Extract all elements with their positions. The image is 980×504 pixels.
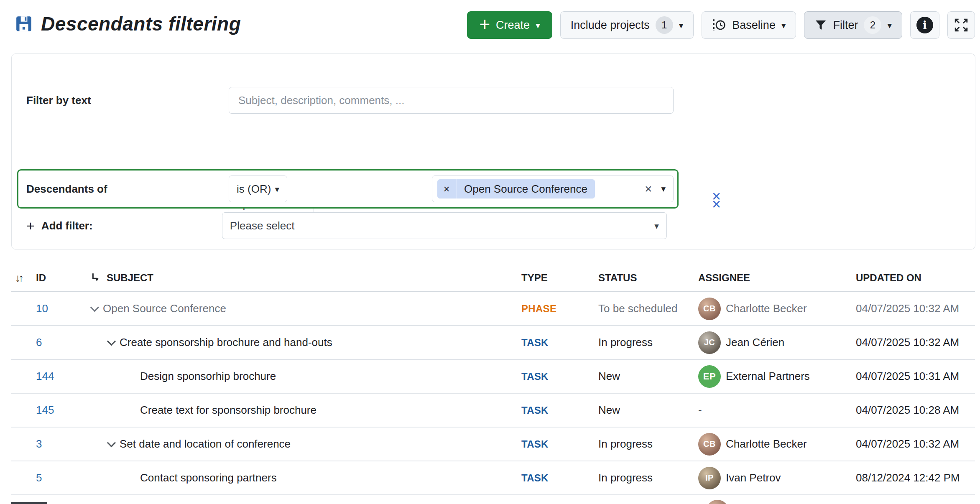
- descendants-operator-select[interactable]: is (OR) ▾: [229, 176, 287, 202]
- chevron-down-icon: ▾: [781, 21, 786, 30]
- updated-on-text: 04/07/2025 10:28 AM: [856, 404, 975, 417]
- type-label: TASK: [521, 472, 598, 484]
- column-header-assignee[interactable]: ASSIGNEE: [698, 272, 856, 284]
- work-package-id-link[interactable]: 144: [36, 370, 54, 382]
- avatar: CB: [698, 298, 721, 320]
- assignee-name: External Partners: [726, 370, 810, 383]
- descendants-filter-label: Descendants of: [26, 183, 229, 196]
- filter-panel: Filter by text Status open ▾ × Descendan…: [11, 53, 975, 249]
- chevron-down-icon: ▾: [536, 21, 540, 30]
- collapse-chevron-icon[interactable]: [107, 337, 116, 346]
- table-row[interactable]: 3 Set date and location of conference TA…: [11, 428, 975, 461]
- status-text: In progress: [598, 471, 698, 484]
- filter-button[interactable]: Filter 2 ▾: [804, 11, 902, 39]
- subject-text: Contact sponsoring partners: [140, 471, 277, 484]
- baseline-clock-icon: [712, 18, 726, 32]
- collapse-chevron-icon[interactable]: [90, 303, 99, 312]
- updated-on-text: 04/07/2025 10:32 AM: [856, 336, 975, 349]
- add-filter-select[interactable]: Please select ▾: [222, 212, 667, 239]
- assignee-name: Jean Cérien: [726, 336, 784, 349]
- subject-text: Set date and location of conference: [120, 438, 291, 451]
- column-header-id[interactable]: ID: [36, 272, 91, 284]
- add-filter-row: + Add filter: Please select ▾: [12, 212, 975, 239]
- filter-text-input[interactable]: [229, 87, 674, 114]
- work-packages-table: ↓↑ ID SUBJECT TYPE STATUS ASSIGNEE UPDAT…: [11, 265, 975, 495]
- table-row[interactable]: 10 Open Source Conference PHASE To be sc…: [11, 292, 975, 326]
- filter-by-text-label: Filter by text: [26, 94, 229, 107]
- expand-arrows-icon: [954, 18, 969, 33]
- work-package-id-link[interactable]: 145: [36, 404, 54, 416]
- info-button[interactable]: i: [910, 11, 939, 39]
- descendants-value-multiselect[interactable]: × Open Source Conference × ▾: [432, 176, 674, 202]
- status-text: New: [598, 404, 698, 417]
- avatar: JC: [698, 331, 721, 354]
- page-header: Descendants filtering + Create ▾ Include…: [0, 0, 980, 53]
- type-label: TASK: [521, 405, 598, 416]
- table-row[interactable]: 145 Create text for sponsorship brochure…: [11, 394, 975, 428]
- page-title: Descendants filtering: [41, 13, 241, 35]
- avatar: IP: [698, 467, 721, 489]
- type-label: TASK: [521, 438, 598, 450]
- subject-text: Create text for sponsorship brochure: [140, 404, 316, 417]
- descendants-filter-row-highlighted: Descendants of is (OR) ▾ × Open Source C…: [17, 169, 679, 209]
- toolbar: + Create ▾ Include projects 1 ▾ Baseline…: [467, 11, 975, 39]
- filter-count-badge: 2: [864, 16, 881, 34]
- save-view-icon[interactable]: [15, 15, 33, 33]
- column-header-subject[interactable]: SUBJECT: [107, 272, 153, 284]
- status-text: In progress: [598, 336, 698, 349]
- funnel-icon: [814, 19, 827, 31]
- table-row[interactable]: 144 Design sponsorhip brochure TASK New …: [11, 360, 975, 394]
- baseline-button[interactable]: Baseline ▾: [702, 11, 796, 39]
- column-header-updated-on[interactable]: UPDATED ON: [856, 272, 975, 284]
- chevron-down-icon: ▾: [654, 221, 659, 230]
- column-header-type[interactable]: TYPE: [521, 272, 598, 284]
- plus-icon: +: [479, 15, 490, 33]
- plus-icon: +: [26, 218, 35, 234]
- status-text: To be scheduled: [598, 302, 698, 315]
- avatar: CB: [698, 433, 721, 456]
- avatar: EP: [698, 365, 721, 388]
- chip-remove-icon[interactable]: ×: [437, 183, 456, 195]
- assignee-name: Charlotte Becker: [726, 302, 807, 315]
- chevron-down-icon: ▾: [887, 21, 892, 30]
- assignee-name: Charlotte Becker: [726, 438, 807, 451]
- status-text: In progress: [598, 438, 698, 451]
- add-filter-label: Add filter:: [41, 219, 222, 232]
- assignee-name: Ivan Petrov: [726, 471, 781, 484]
- subject-text: Create sponsorship brochure and hand-out…: [120, 336, 332, 349]
- sort-icon[interactable]: ↓↑: [11, 272, 36, 285]
- work-package-id-link[interactable]: 6: [36, 336, 42, 349]
- updated-on-text: 04/07/2025 10:32 AM: [856, 302, 975, 315]
- clear-selection-icon[interactable]: ×: [645, 182, 652, 196]
- remove-descendants-filter-button[interactable]: ×: [712, 189, 721, 204]
- chevron-down-icon: ▾: [275, 185, 279, 193]
- filter-by-text-row: Filter by text: [12, 87, 975, 114]
- info-icon: i: [916, 17, 933, 33]
- type-label: PHASE: [521, 303, 598, 315]
- updated-on-text: 04/07/2025 10:31 AM: [856, 370, 975, 383]
- work-package-id-link[interactable]: 5: [36, 471, 42, 484]
- selected-value-chip: × Open Source Conference: [437, 179, 595, 199]
- chevron-down-icon: ▾: [679, 21, 684, 30]
- include-projects-count-badge: 1: [656, 16, 673, 34]
- clipped-content: [11, 502, 47, 504]
- hierarchy-icon[interactable]: [91, 272, 102, 284]
- assignee-name: -: [698, 404, 702, 417]
- collapse-chevron-icon[interactable]: [107, 438, 116, 447]
- chevron-down-icon: ▾: [661, 184, 666, 194]
- include-projects-button[interactable]: Include projects 1 ▾: [560, 11, 694, 39]
- avatar: [706, 500, 729, 504]
- create-button[interactable]: + Create ▾: [467, 11, 552, 39]
- fullscreen-button[interactable]: [947, 11, 975, 39]
- type-label: TASK: [521, 371, 598, 382]
- type-label: TASK: [521, 337, 598, 349]
- table-row[interactable]: 6 Create sponsorship brochure and hand-o…: [11, 326, 975, 360]
- table-row[interactable]: 5 Contact sponsoring partners TASK In pr…: [11, 461, 975, 495]
- work-package-id-link[interactable]: 10: [36, 302, 48, 315]
- updated-on-text: 04/07/2025 10:32 AM: [856, 438, 975, 451]
- subject-text: Open Source Conference: [103, 302, 226, 315]
- chip-label: Open Source Conference: [457, 183, 595, 196]
- column-header-status[interactable]: STATUS: [598, 272, 698, 284]
- updated-on-text: 08/12/2024 12:42 PM: [856, 471, 975, 484]
- work-package-id-link[interactable]: 3: [36, 438, 42, 450]
